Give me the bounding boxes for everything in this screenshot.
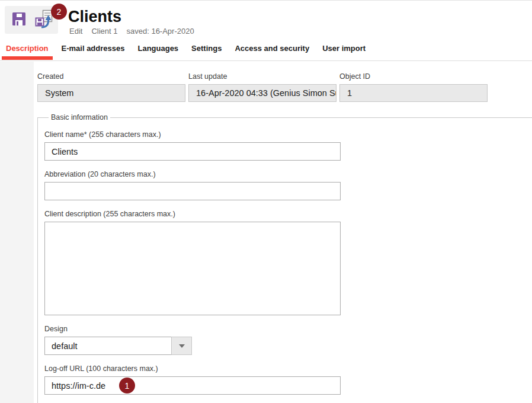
annotation-badge-1: 1: [119, 378, 135, 394]
created-label: Created: [37, 72, 185, 81]
save-floppy-icon: [11, 11, 27, 30]
client-description-label: Client description (255 characters max.): [44, 210, 532, 219]
logoff-url-label: Log-off URL (100 characters max.): [44, 364, 532, 373]
meta-row: Created System Last update 16-Apr-2020 0…: [37, 72, 532, 102]
logoff-url-input[interactable]: [44, 376, 341, 395]
tab-settings[interactable]: Settings: [187, 37, 226, 60]
design-dropdown-button[interactable]: [171, 337, 192, 355]
tab-email-addresses[interactable]: E-mail addresses: [57, 37, 129, 60]
chevron-down-icon: [179, 344, 185, 348]
last-update-value: 16-Apr-2020 04:33 (Genius Simon Sup: [188, 84, 336, 102]
tab-description[interactable]: Description: [2, 37, 53, 60]
tab-access-and-security[interactable]: Access and security: [230, 37, 313, 60]
object-id-label: Object ID: [339, 72, 488, 81]
design-label: Design: [44, 325, 532, 334]
basic-information-legend: Basic information: [49, 113, 110, 122]
action-toolbar: [5, 6, 58, 34]
abbreviation-input[interactable]: [44, 182, 341, 200]
design-select-input[interactable]: [44, 337, 172, 355]
context-label: Client 1: [91, 27, 117, 36]
form-content: Created System Last update 16-Apr-2020 0…: [37, 65, 532, 403]
created-value: System: [37, 84, 185, 102]
save-page-arrow-icon: [35, 9, 53, 31]
left-rail: [0, 62, 34, 403]
top-divider: [0, 0, 532, 1]
tab-user-import[interactable]: User import: [318, 37, 370, 60]
client-name-input[interactable]: [44, 142, 341, 161]
save-button[interactable]: [9, 9, 29, 31]
page-title: Clients: [68, 8, 121, 26]
last-update-label: Last update: [188, 72, 336, 81]
tab-languages[interactable]: Languages: [133, 37, 182, 60]
breadcrumb: Edit Client 1 saved: 16-Apr-2020: [69, 27, 194, 36]
saved-label: saved: 16-Apr-2020: [126, 27, 194, 36]
basic-information-fieldset: Basic information Client name* (255 char…: [37, 113, 532, 403]
client-description-textarea[interactable]: [44, 222, 341, 315]
annotation-badge-2: 2: [51, 4, 67, 20]
client-name-label: Client name* (255 characters max.): [44, 130, 532, 139]
abbreviation-label: Abbreviation (20 characters max.): [44, 170, 532, 179]
mode-label: Edit: [69, 27, 82, 36]
object-id-value: 1: [339, 84, 488, 102]
tab-bar: Description E-mail addresses Languages S…: [0, 37, 532, 61]
